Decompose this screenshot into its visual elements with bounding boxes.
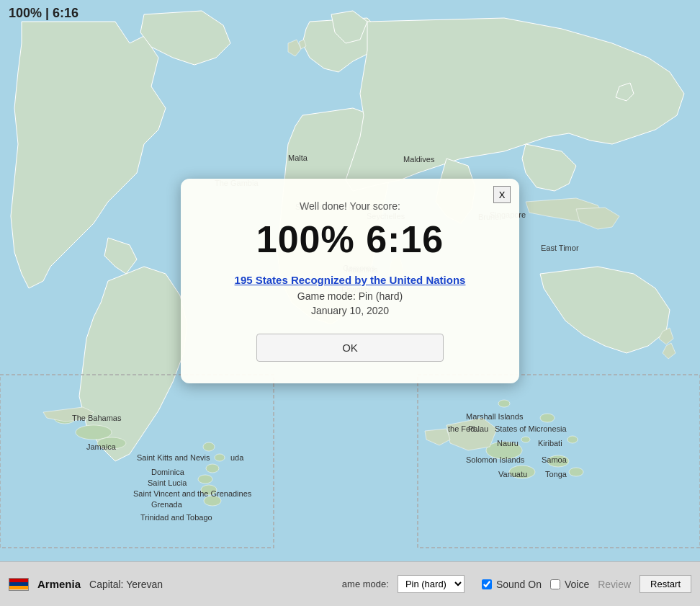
sound-label: Sound On (496, 579, 542, 590)
bottom-bar: Armenia Capital: Yerevan ame mode: Pin (… (0, 561, 700, 606)
country-name: Armenia (37, 578, 81, 590)
modal-quiz-title[interactable]: 195 States Recognized by the United Nati… (210, 274, 490, 286)
score-modal: X Well done! Your score: 100% 6:16 195 S… (181, 179, 519, 383)
country-capital: Capital: Yerevan (89, 579, 163, 590)
ok-button[interactable]: OK (256, 334, 444, 362)
modal-subtitle: Well done! Your score: (210, 200, 490, 212)
modal-overlay: X Well done! Your score: 100% 6:16 195 S… (0, 0, 700, 562)
review-link[interactable]: Review (598, 579, 631, 590)
sound-toggle-label: Sound On (482, 579, 542, 590)
modal-game-mode: Game mode: Pin (hard) (210, 290, 490, 302)
modal-close-button[interactable]: X (493, 186, 511, 203)
voice-checkbox[interactable] (550, 579, 560, 589)
sound-checkbox[interactable] (482, 579, 492, 589)
restart-button[interactable]: Restart (640, 575, 691, 593)
game-mode-label: ame mode: (342, 579, 389, 589)
armenia-flag (9, 578, 29, 591)
voice-label: Voice (565, 579, 589, 590)
game-mode-select[interactable]: Pin (hard) Pin (easy) Type (398, 575, 465, 593)
modal-score: 100% 6:16 (210, 218, 490, 261)
modal-date: January 10, 2020 (210, 305, 490, 316)
voice-toggle-label: Voice (550, 579, 589, 590)
